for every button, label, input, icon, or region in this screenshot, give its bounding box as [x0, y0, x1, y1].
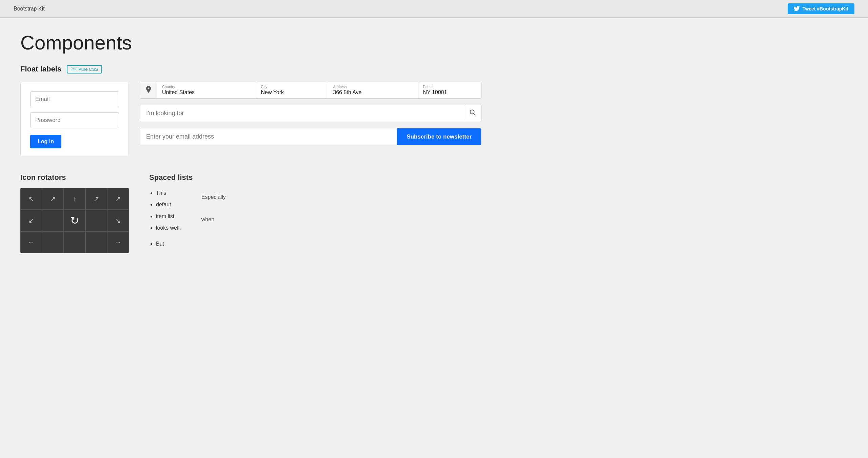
list-item: This: [156, 188, 181, 198]
card-column: Especially when: [195, 188, 481, 250]
svg-text:CSS: CSS: [72, 68, 76, 71]
country-label: Country: [162, 85, 251, 89]
city-label: City: [261, 85, 323, 89]
address-label: Address: [333, 85, 413, 89]
tweet-btn-label: Tweet #BootstrapKit: [803, 6, 848, 12]
header-title: Bootstrap Kit: [14, 6, 45, 12]
float-labels-title: Float labels: [20, 65, 61, 74]
subscribe-button[interactable]: Subscribe to newsletter: [397, 128, 481, 145]
icon-cell-e1[interactable]: ↘: [107, 210, 129, 231]
twitter-icon: [794, 6, 800, 11]
float-labels-section-header: Float labels CSS Pure CSS: [20, 65, 481, 74]
icon-cell-refresh[interactable]: ↻: [64, 210, 85, 231]
login-card: Log in: [20, 82, 129, 157]
pure-css-badge: CSS Pure CSS: [67, 65, 102, 74]
icon-rotators-section: Icon rotators ↖ ↗ ↑ ↗ ↗ ↙ ↻ ↘ ← →: [20, 173, 129, 253]
icon-cell-empty4: [64, 231, 85, 253]
tweet-button[interactable]: Tweet #BootstrapKit: [788, 3, 854, 14]
postal-field: Postal NY 10001: [418, 82, 481, 98]
icon-cell-e2[interactable]: →: [107, 231, 129, 253]
right-forms: Country United States City New York Addr…: [140, 82, 481, 145]
list-item: item list: [156, 211, 181, 222]
header: Bootstrap Kit Tweet #BootstrapKit: [0, 0, 868, 18]
postal-value: NY 10001: [423, 89, 477, 96]
page-title: Components: [20, 31, 481, 54]
address-field: Address 366 5th Ave: [328, 82, 418, 98]
search-bar: [140, 105, 481, 122]
country-field: Country United States: [157, 82, 256, 98]
icon-grid: ↖ ↗ ↑ ↗ ↗ ↙ ↻ ↘ ← →: [20, 188, 129, 253]
postal-label: Postal: [423, 85, 477, 89]
pure-css-label: Pure CSS: [78, 67, 98, 72]
address-value: 366 5th Ave: [333, 89, 413, 96]
icon-cell-nw[interactable]: ↖: [20, 188, 42, 210]
icon-rotators-title: Icon rotators: [20, 173, 129, 182]
address-bar: Country United States City New York Addr…: [140, 82, 481, 99]
bottom-row: Icon rotators ↖ ↗ ↑ ↗ ↗ ↙ ↻ ↘ ← →: [20, 173, 481, 253]
spaced-lists-row: This defaut item list looks well. But Es…: [149, 188, 481, 250]
spaced-list: This defaut item list looks well. But: [149, 188, 181, 249]
list-item: But: [156, 239, 181, 249]
list-item-spacer: [156, 235, 181, 237]
icon-cell-ne1[interactable]: ↗: [85, 188, 107, 210]
icon-cell-w1[interactable]: ↙: [20, 210, 42, 231]
city-value: New York: [261, 89, 323, 96]
spaced-lists-section: Spaced lists This defaut item list looks…: [149, 173, 481, 250]
icon-cell-ne2[interactable]: ↗: [107, 188, 129, 210]
list-column: This defaut item list looks well. But: [149, 188, 181, 250]
card-item-especially: Especially: [195, 188, 481, 206]
list-item: looks well.: [156, 223, 181, 233]
css-icon: CSS: [71, 67, 76, 71]
icon-cell-w2[interactable]: ←: [20, 231, 42, 253]
float-labels-row: Log in Country United States City New Yo…: [20, 82, 481, 157]
search-input[interactable]: [140, 105, 464, 122]
newsletter-email-input[interactable]: [140, 128, 397, 145]
login-button[interactable]: Log in: [30, 135, 61, 148]
spaced-lists-title: Spaced lists: [149, 173, 481, 182]
card-item-when: when: [195, 210, 481, 229]
svg-point-2: [470, 110, 474, 114]
email-input[interactable]: [30, 91, 119, 107]
city-field: City New York: [256, 82, 329, 98]
icon-cell-empty2: [85, 210, 107, 231]
newsletter-bar: Subscribe to newsletter: [140, 128, 481, 145]
main-content: Components Float labels CSS Pure CSS Log…: [0, 18, 502, 267]
icon-cell-n2[interactable]: ↑: [64, 188, 85, 210]
location-pin-icon: [140, 82, 157, 98]
search-button[interactable]: [464, 105, 481, 121]
svg-line-3: [474, 113, 475, 115]
icon-cell-n1[interactable]: ↗: [42, 188, 64, 210]
icon-cell-empty1: [42, 210, 64, 231]
icon-cell-empty5: [85, 231, 107, 253]
list-item: defaut: [156, 200, 181, 210]
country-value: United States: [162, 89, 251, 96]
icon-cell-empty3: [42, 231, 64, 253]
password-input[interactable]: [30, 112, 119, 128]
search-icon: [470, 109, 476, 116]
